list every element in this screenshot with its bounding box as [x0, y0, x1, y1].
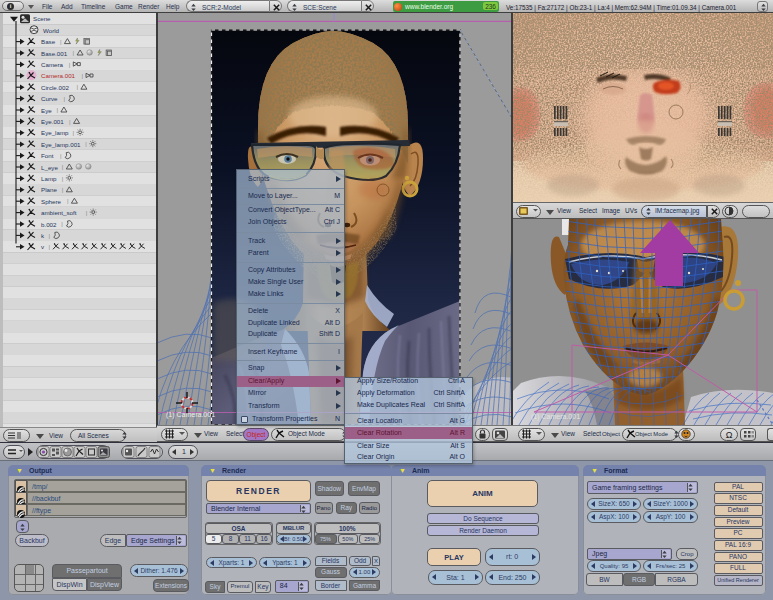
svg-text:Camera: Camera [41, 61, 64, 68]
svg-text:Eye_lamp: Eye_lamp [41, 129, 69, 136]
svg-text:Font: Font [41, 152, 54, 159]
svg-text:b.002: b.002 [41, 221, 57, 228]
svg-text:(1) Camera.001: (1) Camera.001 [531, 413, 580, 421]
svg-text:ambient_soft: ambient_soft [41, 209, 77, 216]
svg-text:World: World [43, 27, 60, 34]
svg-text:Eye: Eye [41, 107, 52, 114]
svg-text:Eye_lamp.001: Eye_lamp.001 [41, 141, 81, 148]
svg-text:(1) Camera.001: (1) Camera.001 [166, 411, 215, 419]
svg-text:Eye.001: Eye.001 [41, 118, 64, 125]
svg-text:Circle.002: Circle.002 [41, 84, 69, 91]
svg-text:Lamp: Lamp [41, 175, 57, 182]
svg-text:Sphere: Sphere [41, 198, 62, 205]
svg-text:Scene: Scene [33, 15, 51, 22]
svg-text:Base: Base [41, 38, 56, 45]
svg-text:Base.001: Base.001 [41, 50, 68, 57]
svg-text:Plane: Plane [41, 186, 57, 193]
svg-text:Camera.001: Camera.001 [41, 72, 76, 79]
svg-text:Curve: Curve [41, 95, 58, 102]
svg-text:L_eye: L_eye [41, 164, 58, 171]
